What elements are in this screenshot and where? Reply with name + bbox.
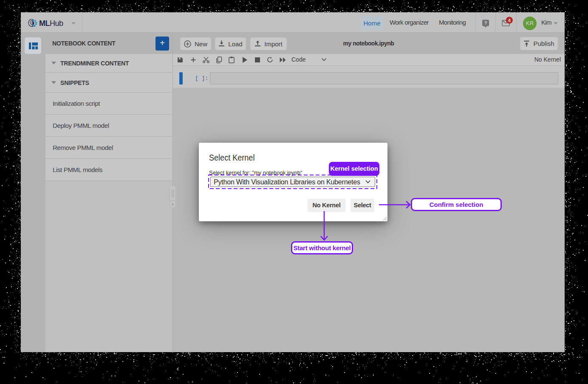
svg-text:?: ? <box>484 20 487 25</box>
svg-text:4: 4 <box>508 18 511 23</box>
